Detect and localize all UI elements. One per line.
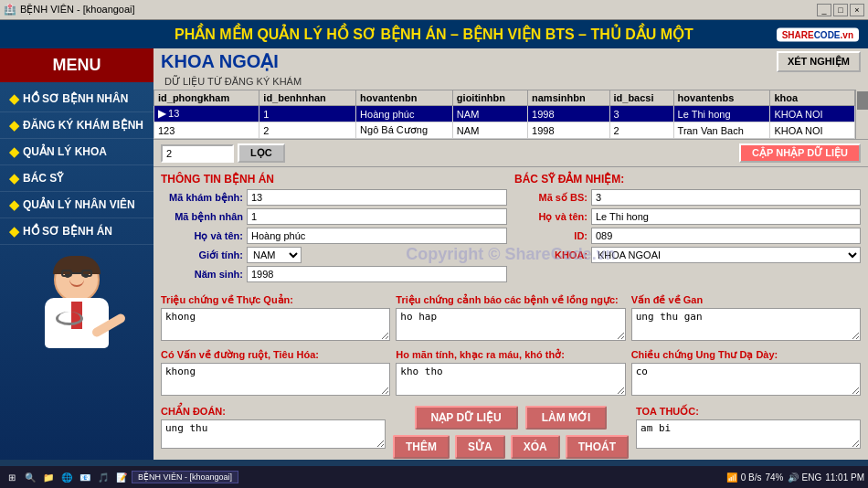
long-nguc-input[interactable]: ho hap [396,308,625,341]
battery-percent: 74% [766,472,784,483]
minimize-button[interactable]: _ [817,4,831,16]
nap-du-lieu-button[interactable]: NẠP DỮ LIỆU [415,406,518,430]
taskbar: ⊞ 🔍 📁 🌐 📧 🎵 📝 BỆNH VIÊN - [khoangoai] 📶 … [0,466,868,488]
toa-thuoc-label: TOA THUỐC: [636,406,861,418]
long-nguc-block: Triệu chứng cảnh báo các bệnh về lồng ng… [396,294,625,344]
col-khoa: khoa [770,90,855,106]
bullet-icon: ◆ [9,171,19,186]
page-title: KHOA NGOẠI [161,51,279,71]
ho-man-tinh-label: Ho mãn tính, khạc ra máu, khó thở: [396,349,625,361]
bac-sy-title: BÁC SỸ ĐẢM NHIỆM: [514,173,861,186]
form-area: THÔNG TIN BỆNH ÁN Mã khám bệnh: Mã bệnh … [153,167,868,291]
data-table: id_phongkham id_benhnhan hovantenbn gioi… [153,90,855,139]
gioi-tinh-select[interactable]: NAM NU [247,247,302,263]
thuc-quan-block: Triệu chứng về Thực Quản: khong [161,294,390,344]
thong-tin-benh-an: THÔNG TIN BỆNH ÁN Mã khám bệnh: Mã bệnh … [161,173,507,285]
symptoms-area: Triệu chứng về Thực Quản: khong Triệu ch… [153,291,868,402]
bs-id-input[interactable] [591,228,861,244]
sua-button[interactable]: SỬA [455,435,505,459]
ma-so-bs-input[interactable] [591,189,861,206]
them-button[interactable]: THÊM [393,435,450,459]
ma-benh-nhan-input[interactable] [247,208,507,225]
taskbar-icon-2[interactable]: 🌐 [58,469,75,485]
gioi-tinh-label: Giới tính: [161,249,243,261]
thoat-button[interactable]: THOÁT [566,435,629,459]
app-header: PHẦN MỀM QUẢN LÝ HỒ SƠ BỆNH ÁN – BỆNH VI… [0,20,868,48]
filter-input[interactable] [161,144,234,163]
xet-nghiem-button[interactable]: XÉT NGHIỆM [777,51,861,72]
chan-doan-input[interactable]: ung thu [161,419,386,449]
xoa-button[interactable]: XÓA [511,435,560,459]
bac-sy-section: BÁC SỸ ĐẢM NHIỆM: Mã số BS: Họ và tên: I… [514,173,861,285]
sidebar-label-1: ĐĂNG KÝ KHÁM BỆNH [23,119,143,132]
search-taskbar[interactable]: 🔍 [22,469,38,485]
toa-thuoc-input[interactable]: am bi [636,419,861,449]
bs-ho-va-ten-input[interactable] [591,208,861,225]
thuc-quan-label: Triệu chứng về Thực Quản: [161,294,390,306]
volume-icon: 🔊 [788,472,799,483]
header-text: PHẦN MỀM QUẢN LÝ HỒ SƠ BỆNH ÁN – BỆNH VI… [175,26,693,43]
taskbar-icon-4[interactable]: 🎵 [95,469,111,485]
taskbar-icon-3[interactable]: 📧 [77,469,93,485]
sidebar-avatar [0,245,153,369]
bs-ho-va-ten-label: Họ và tên: [514,211,587,223]
taskbar-icon-1[interactable]: 📁 [40,469,57,485]
network-icon: 📶 [726,472,737,483]
clock: 11:01 PM [825,472,864,483]
ung-thu-da-day-label: Chiều chứng Ung Thư Dạ Dày: [631,349,861,361]
header-logo: SHARECODE.vn [777,27,859,41]
table-scrollbar[interactable] [855,90,868,139]
gan-input[interactable]: ung thu gan [631,308,861,341]
battery-status: 0 B/s [741,472,762,483]
ma-so-bs-label: Mã số BS: [514,192,587,204]
gan-label: Vấn đề về Gan [631,294,861,306]
diag-area: CHẨN ĐOÁN: ung thu NẠP DỮ LIỆU LÀM MỚI T… [153,402,868,460]
sidebar-label-3: BÁC SỸ [23,172,63,185]
gan-block: Vấn đề về Gan ung thu gan [631,294,861,344]
ho-va-ten-label: Họ và tên: [161,230,243,242]
content-area: KHOA NGOẠI XÉT NGHIỆM DỮ LIỆU TỪ ĐĂNG KÝ… [153,48,868,460]
ung-thu-da-day-input[interactable]: co [631,363,861,396]
sidebar-item-quan-ly-nhan-vien[interactable]: ◆ QUẢN LÝ NHÂN VIÊN [0,192,153,218]
duong-ruot-label: Có Vấn về đường ruột, Tiêu Hóa: [161,349,390,361]
bs-khoa-select[interactable]: KHOA NGOAI KHOA NOI [591,247,861,263]
nam-sinh-input[interactable] [247,266,507,282]
close-button[interactable]: × [850,4,864,16]
title-bar-buttons[interactable]: _ □ × [817,4,864,16]
sidebar-item-bac-sy[interactable]: ◆ BÁC SỸ [0,165,153,192]
duong-ruot-input[interactable]: khong [161,363,390,396]
thuc-quan-input[interactable]: khong [161,308,390,341]
sidebar-label-4: QUẢN LÝ NHÂN VIÊN [23,198,135,211]
title-bar: 🏥 BỆNH VIÊN - [khoangoai] _ □ × [0,0,868,20]
taskbar-icon-5[interactable]: 📝 [113,469,130,485]
col-hovantenbn: hovantenbn [356,90,453,106]
sidebar-item-ho-so-benh-an[interactable]: ◆ HỒ SƠ BỆNH ÁN [0,218,153,245]
long-nguc-label: Triệu chứng cảnh báo các bệnh về lồng ng… [396,294,625,306]
ho-va-ten-input[interactable] [247,228,507,244]
table-row[interactable]: 123 2 Ngô Bá Cương NAM 1998 2 Tran Van B… [154,122,855,139]
toa-thuoc-block: TOA THUỐC: am bi [636,406,861,459]
ung-thu-da-day-block: Chiều chứng Ung Thư Dạ Dày: co [631,349,861,398]
table-row[interactable]: ▶ 13 1 Hoàng phúc NAM 1998 3 Le Thi hong… [154,106,855,122]
bullet-icon: ◆ [9,224,19,239]
sidebar-label-0: HỒ SƠ BỆNH NHÂN [23,92,128,105]
ma-kham-benh-input[interactable] [247,189,507,206]
sidebar-item-quan-ly-khoa[interactable]: ◆ QUẢN LÝ KHOA [0,139,153,165]
loc-button[interactable]: LỌC [238,143,285,163]
sidebar-item-ho-so-benh-nhan[interactable]: ◆ HỒ SƠ BỆNH NHÂN [0,86,153,112]
sidebar-label-2: QUẢN LÝ KHOA [23,145,107,158]
filter-bar: LỌC CẬP NHẬP DỮ LIỆU [153,140,868,167]
start-button[interactable]: ⊞ [4,469,20,485]
bs-id-label: ID: [514,230,587,241]
bullet-icon: ◆ [9,91,19,106]
sidebar-menu-label: MENU [0,48,153,82]
lam-moi-button[interactable]: LÀM MỚI [525,406,608,430]
bullet-icon: ◆ [9,144,19,159]
col-id-benhnhan: id_benhnhan [259,90,356,106]
cap-nhap-button[interactable]: CẬP NHẬP DỮ LIỆU [739,143,861,163]
maximize-button[interactable]: □ [833,4,848,16]
taskbar-app[interactable]: BỆNH VIÊN - [khoangoai] [132,471,238,483]
ho-man-tinh-input[interactable]: kho tho [396,363,625,396]
chan-doan-label: CHẨN ĐOÁN: [161,406,386,418]
sidebar-item-dang-ky-kham[interactable]: ◆ ĐĂNG KÝ KHÁM BỆNH [0,112,153,139]
